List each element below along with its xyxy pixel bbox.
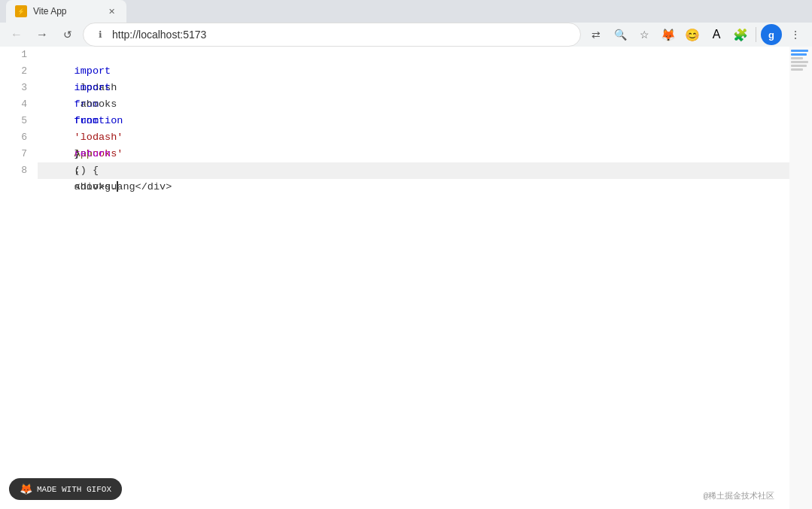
back-button[interactable]: ←: [6, 24, 27, 45]
info-icon[interactable]: ℹ: [93, 27, 108, 42]
code-line-7: [38, 146, 789, 162]
minimap: [789, 47, 812, 509]
tab-favicon: ⚡: [15, 5, 27, 17]
translate-button[interactable]: ⇄: [585, 24, 607, 45]
code-line-6: }: [38, 129, 789, 146]
tab-bar: ⚡ Vite App ✕: [0, 0, 812, 23]
text-cursor: [117, 181, 118, 192]
toolbar: ← → ↺ ℹ http://localhost:5173 ⇄ 🔍 ☆ 🦊 😊 …: [0, 23, 812, 47]
active-tab[interactable]: ⚡ Vite App ✕: [6, 0, 126, 23]
minimap-line-2: [791, 53, 807, 56]
browser-chrome: ⚡ Vite App ✕ ← → ↺ ℹ http://localhost:51…: [0, 0, 812, 47]
zoom-button[interactable]: 🔍: [610, 24, 631, 45]
ext2-icon[interactable]: 😊: [682, 24, 703, 45]
ext1-icon[interactable]: 🦊: [658, 24, 679, 45]
code-content[interactable]: import lodash from 'lodash' ; import aho…: [38, 47, 789, 509]
url-text: http://localhost:5173: [112, 29, 571, 41]
minimap-line-1: [791, 50, 808, 52]
minimap-line-5: [791, 65, 807, 67]
ext4-icon[interactable]: 🧩: [730, 24, 751, 45]
profile-button[interactable]: g: [761, 24, 782, 45]
code-indent-5: [75, 132, 87, 143]
bookmark-button[interactable]: ☆: [634, 24, 655, 45]
line-num-6: 6: [21, 129, 27, 146]
code-line-5: return <div>guang</div>: [38, 113, 789, 129]
fox-icon: 🦊: [20, 483, 32, 495]
tab-close-button[interactable]: ✕: [105, 5, 117, 17]
code-text-2a: ahooks: [75, 98, 123, 110]
line-numbers: 1 2 3 4 5 6 7 8: [0, 47, 38, 509]
bottom-right-text: @稀土掘金技术社区: [703, 490, 774, 501]
minimap-line-3: [791, 57, 803, 59]
code-text-6: }: [75, 148, 81, 159]
keyword-import-2: import: [75, 82, 111, 93]
watermark-badge: 🦊 MADE WITH GIFOX: [9, 478, 122, 500]
line-num-3: 3: [21, 80, 27, 96]
line-num-1: 1: [21, 47, 27, 63]
ext3-icon[interactable]: A: [706, 24, 727, 45]
line-num-7: 7: [21, 146, 27, 162]
code-text-8: ahooks.: [75, 181, 119, 192]
toolbar-separator: [756, 27, 756, 42]
keyword-import-1: import: [75, 65, 111, 77]
line-num-8: 8: [21, 162, 27, 179]
minimap-line-4: [791, 61, 808, 63]
toolbar-actions: ⇄ 🔍 ☆ 🦊 😊 A 🧩 g ⋮: [585, 24, 806, 45]
reload-button[interactable]: ↺: [57, 24, 78, 45]
code-line-4: function App () {: [38, 96, 789, 113]
line-num-2: 2: [21, 63, 27, 80]
line-num-5: 5: [21, 113, 27, 129]
tab-title: Vite App: [33, 6, 99, 17]
keyword-function: function: [75, 115, 123, 126]
more-button[interactable]: ⋮: [785, 24, 806, 45]
code-line-2: import ahooks from 'ahooks' ;: [38, 63, 789, 80]
editor-area: 1 2 3 4 5 6 7 8 import lodash from 'loda…: [0, 47, 812, 509]
code-line-3: [38, 80, 789, 96]
code-text-5a: [75, 165, 81, 176]
watermark-text: MADE WITH GIFOX: [37, 485, 111, 494]
address-bar[interactable]: ℹ http://localhost:5173: [83, 23, 581, 47]
line-num-4: 4: [21, 96, 27, 113]
code-line-8: ahooks.: [38, 162, 789, 179]
code-line-1: import lodash from 'lodash' ;: [38, 47, 789, 63]
minimap-line-6: [791, 68, 803, 71]
forward-button[interactable]: →: [32, 24, 53, 45]
